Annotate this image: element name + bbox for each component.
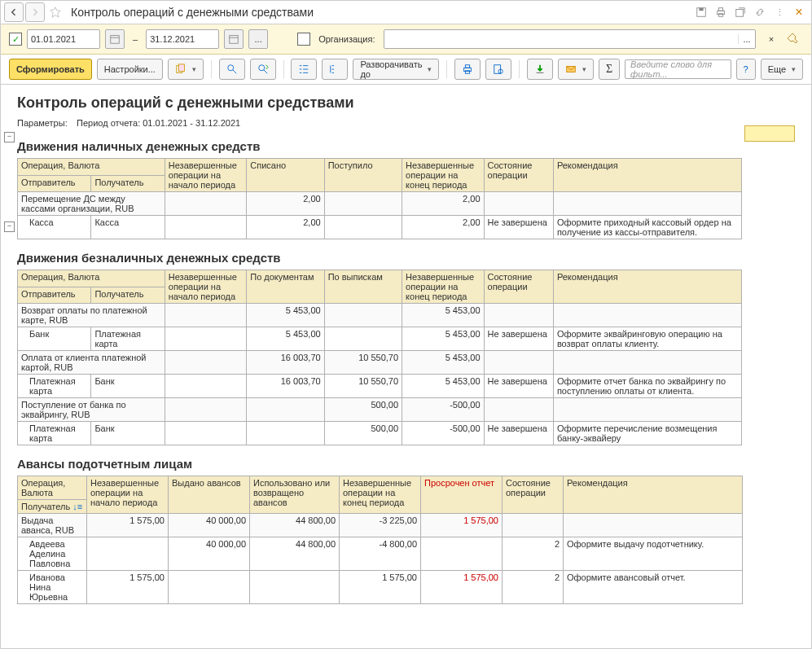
find-button[interactable] xyxy=(219,59,245,80)
help-button[interactable]: ? xyxy=(736,59,756,80)
print-button[interactable] xyxy=(454,59,481,80)
svg-point-11 xyxy=(258,65,264,71)
table-row: Платежная картаБанк16 003,7010 550,705 4… xyxy=(18,375,742,398)
sort-icon[interactable]: ↓≡ xyxy=(72,502,82,511)
svg-rect-7 xyxy=(230,36,239,44)
link-icon[interactable] xyxy=(751,3,769,21)
expand-button[interactable] xyxy=(291,59,317,80)
preview-button[interactable] xyxy=(485,59,511,80)
svg-rect-13 xyxy=(466,65,470,68)
forward-button[interactable] xyxy=(25,2,45,22)
date-separator: – xyxy=(133,34,138,44)
collapse-handle[interactable]: − xyxy=(4,132,15,143)
svg-rect-5 xyxy=(736,10,744,17)
save-report-button[interactable] xyxy=(527,59,553,80)
report-title: Контроль операций с денежными средствами xyxy=(17,94,803,112)
date-from-calendar-button[interactable] xyxy=(105,29,125,49)
toolbar: Сформировать Настройки... Разворачивать … xyxy=(1,55,811,85)
org-picker-button[interactable]: ... xyxy=(738,34,755,44)
table-row: Оплата от клиента платежной картой, RUB1… xyxy=(18,351,742,375)
filter-word-input[interactable]: Введите слово для фильт... xyxy=(625,59,731,79)
title-bar: Контроль операций с денежными средствами… xyxy=(1,1,811,24)
table-row: Перемещение ДС между кассами организации… xyxy=(18,192,742,216)
find-next-button[interactable] xyxy=(250,59,276,80)
org-label: Организация: xyxy=(318,34,375,44)
table-row: Возврат оплаты по платежной карте, RUB5 … xyxy=(18,304,742,327)
table-row: БанкПлатежная карта5 453,005 453,00Не за… xyxy=(18,327,742,351)
section2-title: Движения безналичных денежных средств xyxy=(17,251,803,265)
favorite-star-icon[interactable] xyxy=(46,3,64,21)
table-row: Авдеева Аделина Павловна40 000,0044 800,… xyxy=(18,537,743,571)
send-button[interactable] xyxy=(558,59,594,80)
section1-title: Движения наличных денежных средств xyxy=(17,139,803,153)
save-icon[interactable] xyxy=(692,3,710,21)
pin-icon[interactable] xyxy=(785,30,803,48)
settings-button[interactable]: Настройки... xyxy=(97,59,163,80)
back-button[interactable] xyxy=(4,2,24,22)
period-checkbox[interactable] xyxy=(9,33,22,46)
svg-rect-1 xyxy=(699,8,703,11)
highlighted-cell xyxy=(744,125,795,142)
org-input[interactable]: ... xyxy=(384,29,756,49)
expand-to-button[interactable]: Разворачивать до xyxy=(353,59,439,80)
svg-rect-3 xyxy=(718,8,722,11)
close-button[interactable]: × xyxy=(790,3,808,21)
org-clear-button[interactable]: × xyxy=(762,30,780,48)
report-area[interactable]: − Контроль операций с денежными средства… xyxy=(1,85,811,648)
filter-bar: 01.01.2021 – 31.12.2021 ... Организация:… xyxy=(1,24,811,55)
more-button[interactable]: Еще xyxy=(761,59,803,80)
svg-rect-9 xyxy=(178,64,184,72)
date-to-calendar-button[interactable] xyxy=(224,29,244,49)
more-menu-icon[interactable]: ⋮ xyxy=(770,3,788,21)
new-window-icon[interactable] xyxy=(731,3,749,21)
collapse-handle[interactable]: − xyxy=(4,221,15,232)
date-to-input[interactable]: 31.12.2021 xyxy=(146,29,219,49)
collapse-button[interactable] xyxy=(322,59,348,80)
section2-table: Операция, Валюта Незавершенные операции … xyxy=(17,270,742,445)
table-row: Платежная картаБанк500,00-500,00Не завер… xyxy=(18,422,742,445)
period-picker-button[interactable]: ... xyxy=(248,29,268,49)
table-row: КассаКасса2,002,00Не завершенаОформите п… xyxy=(18,216,742,239)
window-title: Контроль операций с денежными средствами xyxy=(71,6,314,19)
table-row: Выдача аванса, RUB1 575,0040 000,0044 80… xyxy=(18,514,743,537)
table-row: Иванова Нина Юрьевна1 575,001 575,001 57… xyxy=(18,571,743,604)
section3-table: Операция, Валюта Незавершенные операции … xyxy=(17,476,743,604)
date-from-input[interactable]: 01.01.2021 xyxy=(27,29,100,49)
report-params: Параметры: Период отчета: 01.01.2021 - 3… xyxy=(17,118,803,128)
variants-button[interactable] xyxy=(168,59,204,80)
print-icon[interactable] xyxy=(712,3,730,21)
org-checkbox[interactable] xyxy=(297,33,310,46)
section1-table: Операция, Валюта Незавершенные операции … xyxy=(17,158,742,239)
table-row: Поступление от банка по эквайрингу, RUB5… xyxy=(18,398,742,422)
svg-rect-6 xyxy=(111,36,120,44)
section3-title: Авансы подотчетным лицам xyxy=(17,457,803,471)
svg-point-10 xyxy=(227,65,233,71)
generate-button[interactable]: Сформировать xyxy=(9,59,92,80)
sum-button[interactable]: Σ xyxy=(599,59,620,80)
